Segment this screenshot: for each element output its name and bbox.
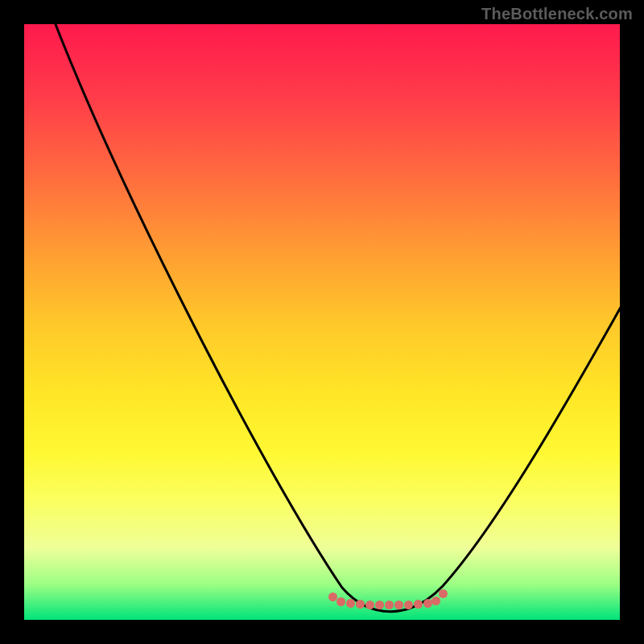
- watermark-text: TheBottleneck.com: [481, 5, 633, 23]
- marker-dot: [385, 601, 394, 609]
- bottleneck-curve: [52, 16, 621, 612]
- chart-frame: TheBottleneck.com: [0, 0, 644, 644]
- curve-svg: [24, 24, 620, 620]
- marker-dot: [365, 601, 374, 609]
- plot-area: [24, 24, 620, 620]
- marker-dot: [346, 599, 355, 608]
- marker-dot: [404, 601, 413, 609]
- marker-dot: [336, 597, 345, 606]
- optimal-range-marker: [328, 584, 449, 605]
- marker-dot: [431, 597, 440, 605]
- marker-dot: [356, 600, 365, 609]
- marker-dot: [375, 601, 384, 609]
- marker-dot: [414, 600, 423, 609]
- marker-dot: [394, 601, 403, 609]
- marker-dot: [439, 589, 448, 598]
